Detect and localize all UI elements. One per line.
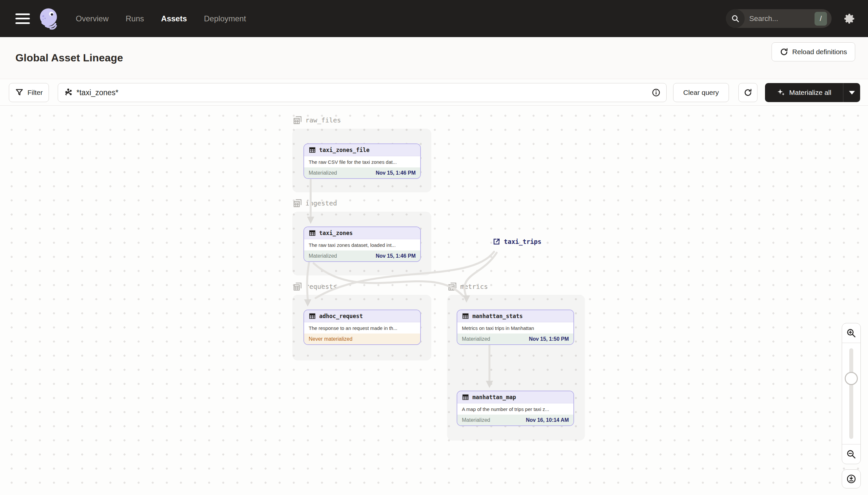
download-graph-button[interactable] (842, 470, 861, 489)
asset-node-manhattan_stats[interactable]: manhattan_stats Metrics on taxi trips in… (457, 309, 574, 345)
nav-deployment[interactable]: Deployment (204, 14, 246, 23)
status-label: Never materialized (309, 336, 352, 342)
asset-name: taxi_zones_file (319, 147, 370, 153)
asset-node-manhattan_map[interactable]: manhattan_map A map of the number of tri… (457, 391, 574, 426)
external-asset-taxi_trips[interactable]: taxi_trips (493, 238, 541, 245)
search-shortcut-badge: / (815, 12, 827, 25)
table-icon (462, 394, 469, 401)
asset-status-bar[interactable]: Materialized Nov 15, 1:46 PM (304, 167, 420, 178)
materialization-timestamp: Nov 15, 1:46 PM (376, 253, 415, 259)
zoom-controls (842, 323, 861, 464)
lineage-canvas[interactable]: raw_files ingested requests metrics (0, 106, 868, 495)
edge-taxi_trips-to-manhattan_stats (464, 253, 497, 295)
asset-name: taxi_zones (319, 230, 353, 236)
zoom-out-icon (846, 449, 856, 459)
asset-name: manhattan_stats (472, 313, 523, 319)
gear-icon[interactable] (843, 12, 856, 25)
download-icon (846, 474, 856, 484)
zoom-in-button[interactable] (842, 323, 861, 343)
asset-description: The raw taxi zones dataset, loaded int..… (304, 239, 420, 251)
nav-runs[interactable]: Runs (126, 14, 144, 23)
zoom-slider-thumb[interactable] (845, 372, 858, 385)
materialize-options-caret[interactable] (843, 83, 860, 102)
table-icon (309, 147, 316, 154)
status-label: Materialized (462, 336, 490, 342)
materialization-timestamp: Nov 15, 1:50 PM (529, 336, 569, 342)
asset-name: manhattan_map (472, 394, 516, 400)
refresh-graph-button[interactable] (739, 83, 758, 102)
asset-node-header[interactable]: manhattan_stats (457, 310, 573, 322)
page-header: Global Asset Lineage Reload definitions (0, 37, 868, 79)
reload-definitions-label: Reload definitions (792, 48, 847, 56)
asset-name: adhoc_request (319, 313, 363, 319)
edge-taxi_zones-to-adhoc_request (307, 262, 309, 300)
asset-status-bar[interactable]: Materialized Nov 16, 10:14 AM (457, 414, 573, 425)
nav-assets[interactable]: Assets (161, 14, 187, 23)
asset-status-bar[interactable]: Materialized Nov 15, 1:46 PM (304, 251, 420, 261)
status-label: Materialized (309, 170, 337, 176)
page-title: Global Asset Lineage (15, 52, 123, 64)
external-link-icon (493, 238, 501, 245)
filter-label: Filter (28, 89, 43, 97)
asset-graph-icon (64, 88, 72, 97)
table-icon (462, 312, 469, 320)
reload-definitions-button[interactable]: Reload definitions (772, 42, 855, 62)
asset-description: Metrics on taxi trips in Manhattan (457, 322, 573, 334)
refresh-icon (744, 88, 752, 97)
topbar-right: / (726, 9, 868, 28)
global-search[interactable]: / (726, 9, 832, 28)
asset-node-taxi_zones_file[interactable]: taxi_zones_file The raw CSV file for the… (303, 143, 421, 179)
zoom-out-button[interactable] (842, 444, 861, 464)
zoom-slider-area (842, 343, 861, 444)
zoom-slider-track[interactable] (849, 348, 853, 439)
search-input[interactable] (745, 14, 815, 23)
asset-status-bar[interactable]: Materialized Nov 15, 1:50 PM (457, 334, 573, 344)
asset-status-bar[interactable]: Never materialized (304, 334, 420, 344)
asset-node-header[interactable]: adhoc_request (304, 310, 420, 322)
top-navigation-bar: Overview Runs Assets Deployment / (0, 0, 868, 37)
materialization-timestamp: Nov 16, 10:14 AM (526, 417, 569, 423)
asset-node-header[interactable]: taxi_zones_file (304, 144, 420, 156)
search-icon (726, 9, 745, 28)
asset-description: A map of the number of trips per taxi z.… (457, 404, 573, 414)
zoom-in-icon (846, 328, 856, 338)
status-label: Materialized (462, 417, 490, 423)
funnel-icon (15, 88, 24, 97)
asset-description: The raw CSV file for the taxi zones dat.… (304, 156, 420, 167)
materialize-all-button[interactable]: Materialize all (765, 83, 860, 102)
dagster-logo[interactable] (38, 6, 61, 32)
edge-taxi_zones-to-manhattan_stats (314, 263, 463, 296)
nav-overview[interactable]: Overview (76, 14, 109, 23)
lineage-edges (0, 106, 868, 495)
asset-description: The response to an request made in th... (304, 322, 420, 334)
status-label: Materialized (309, 253, 337, 259)
table-icon (309, 229, 316, 237)
main-nav: Overview Runs Assets Deployment (76, 14, 246, 23)
sparkle-icon (777, 88, 785, 97)
asset-query-input[interactable] (72, 88, 652, 97)
clear-query-label: Clear query (683, 89, 719, 97)
refresh-icon (780, 48, 788, 56)
asset-node-header[interactable]: taxi_zones (304, 227, 420, 239)
asset-node-taxi_zones[interactable]: taxi_zones The raw taxi zones dataset, l… (303, 226, 421, 262)
filter-button[interactable]: Filter (9, 83, 49, 102)
dagster-asset-lineage-app: Overview Runs Assets Deployment / Global… (0, 0, 868, 495)
asset-query-input-wrap (58, 83, 667, 102)
materialization-timestamp: Nov 15, 1:46 PM (376, 170, 415, 176)
materialize-all-main[interactable]: Materialize all (765, 83, 843, 102)
asset-node-header[interactable]: manhattan_map (457, 391, 573, 404)
external-asset-name: taxi_trips (504, 238, 541, 245)
lineage-toolbar: Filter Clear query Materialize all (0, 79, 868, 106)
asset-node-adhoc_request[interactable]: adhoc_request The response to an request… (303, 309, 421, 345)
table-icon (309, 312, 316, 320)
chevron-down-icon (849, 91, 855, 95)
hamburger-menu-icon[interactable] (15, 14, 30, 24)
materialize-all-label: Materialize all (789, 89, 831, 97)
clear-query-button[interactable]: Clear query (673, 83, 729, 102)
info-icon[interactable] (652, 88, 660, 97)
